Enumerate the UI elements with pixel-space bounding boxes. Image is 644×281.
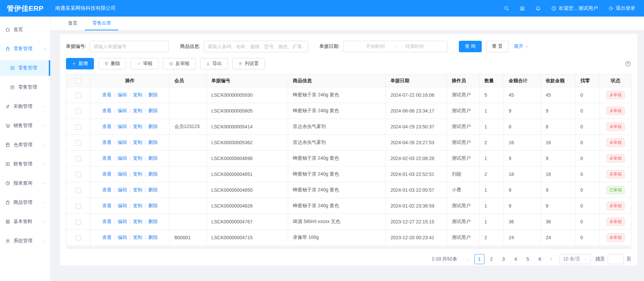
order-no-cell: LSCK00000005805	[207, 103, 288, 119]
edit-link[interactable]: 编辑	[117, 108, 127, 113]
action-separator: |	[129, 219, 131, 224]
edit-link[interactable]: 编辑	[117, 203, 127, 208]
edit-link[interactable]: 编辑	[117, 171, 127, 177]
delete-link[interactable]: 删除	[148, 171, 158, 177]
copy-link[interactable]: 复制	[133, 92, 142, 97]
help-icon[interactable]	[625, 61, 631, 67]
row-checkbox[interactable]	[76, 124, 81, 130]
toolbar-button[interactable]: 导出	[200, 58, 228, 69]
bell-icon[interactable]	[535, 5, 541, 11]
view-link[interactable]: 查看	[102, 235, 112, 240]
view-link[interactable]: 查看	[102, 219, 112, 224]
sidebar-item[interactable]: 首页	[0, 22, 50, 37]
row-checkbox[interactable]	[76, 188, 81, 193]
row-checkbox[interactable]	[76, 156, 81, 161]
view-link[interactable]: 查看	[102, 155, 112, 161]
copy-link[interactable]: 复制	[133, 124, 142, 129]
copy-link[interactable]: 复制	[133, 235, 142, 240]
delete-link[interactable]: 删除	[148, 92, 158, 97]
sidebar-item[interactable]: 财务管理	[0, 156, 50, 172]
toolbar-button[interactable]: 反审核	[163, 58, 196, 69]
row-checkbox[interactable]	[76, 204, 81, 209]
page-number[interactable]: 2	[486, 254, 497, 264]
page-size-select[interactable]: 10 条/页	[560, 254, 591, 264]
sidebar-subitem[interactable]: 零售管理	[0, 60, 50, 76]
view-link[interactable]: 查看	[102, 203, 112, 208]
page-number[interactable]: 3	[499, 254, 509, 264]
edit-link[interactable]: 编辑	[117, 124, 127, 129]
page-number[interactable]: 6	[535, 254, 545, 264]
horizontal-scrollbar[interactable]	[66, 246, 631, 249]
edit-link[interactable]: 编辑	[117, 139, 127, 145]
copy-link[interactable]: 复制	[133, 171, 142, 177]
user-menu[interactable]: 欢迎您，测试用户	[551, 5, 598, 11]
toolbar-button[interactable]: 删除	[98, 58, 126, 69]
delete-link[interactable]: 删除	[148, 124, 158, 129]
search-icon[interactable]	[504, 5, 509, 11]
toolbar-button[interactable]: 列设置	[232, 58, 265, 69]
page-number[interactable]: 1	[474, 254, 484, 264]
view-link[interactable]: 查看	[102, 171, 112, 177]
next-page-button[interactable]	[546, 254, 556, 264]
copy-link[interactable]: 复制	[133, 187, 142, 192]
delete-link[interactable]: 删除	[148, 235, 158, 240]
row-checkbox[interactable]	[76, 93, 81, 98]
copy-link[interactable]: 复制	[133, 139, 142, 145]
tab[interactable]: 首页	[61, 17, 85, 30]
row-checkbox[interactable]	[76, 172, 81, 177]
logout-button[interactable]: 退出登录	[608, 5, 635, 11]
copy-link[interactable]: 复制	[133, 108, 142, 113]
view-link[interactable]: 查看	[102, 92, 112, 97]
delete-link[interactable]: 删除	[148, 108, 158, 113]
search-button[interactable]: 查 询	[459, 41, 482, 52]
delete-link[interactable]: 删除	[148, 219, 158, 224]
tab[interactable]: 零售出库	[85, 17, 118, 30]
delete-link[interactable]: 删除	[148, 203, 158, 208]
page-number[interactable]: 4	[511, 254, 521, 264]
page-number[interactable]: 5	[523, 254, 533, 264]
toolbar-button[interactable]: 新增	[66, 58, 94, 69]
row-checkbox[interactable]	[76, 140, 81, 146]
view-link[interactable]: 查看	[102, 108, 112, 113]
copy-link[interactable]: 复制	[133, 203, 142, 208]
edit-link[interactable]: 编辑	[117, 92, 127, 97]
sidebar-item[interactable]: 基本资料	[0, 214, 50, 229]
product-cell: 蜂蜜柚子茶 240g 黄色	[288, 103, 386, 119]
status-cell: 未审核	[600, 230, 632, 246]
delete-link[interactable]: 删除	[148, 187, 158, 192]
edit-link[interactable]: 编辑	[117, 155, 127, 161]
copy-link[interactable]: 复制	[133, 219, 142, 224]
delete-link[interactable]: 删除	[148, 155, 158, 161]
sidebar-item[interactable]: 销售管理	[0, 118, 50, 133]
sidebar-item[interactable]: 仓库管理	[0, 137, 50, 153]
delete-link[interactable]: 删除	[148, 139, 158, 145]
expand-link[interactable]: 展开	[514, 43, 529, 50]
view-link[interactable]: 查看	[102, 139, 112, 145]
row-checkbox[interactable]	[76, 235, 81, 241]
edit-link[interactable]: 编辑	[117, 187, 127, 192]
toolbar-button[interactable]: 审核	[131, 58, 159, 69]
sidebar-item[interactable]: 零售管理	[0, 41, 50, 57]
sidebar-subitem[interactable]: 零售管理	[0, 80, 50, 95]
row-checkbox[interactable]	[76, 108, 81, 114]
order-no-input[interactable]	[90, 41, 169, 52]
toolbar-button-label: 审核	[143, 61, 152, 67]
sidebar-item[interactable]: 报表查询	[0, 176, 50, 191]
date-range-input[interactable]: 开始时间 ~ 结束时间	[343, 41, 447, 52]
copy-link[interactable]: 复制	[133, 155, 142, 161]
edit-link[interactable]: 编辑	[117, 219, 127, 224]
row-checkbox[interactable]	[76, 219, 81, 225]
product-info-input[interactable]	[204, 41, 308, 52]
sidebar-item[interactable]: 系统管理	[0, 233, 50, 249]
sidebar-item[interactable]: 商品管理	[0, 195, 50, 210]
select-all-checkbox[interactable]	[76, 78, 81, 84]
toolbar-button-icon	[104, 62, 108, 66]
prev-page-button[interactable]	[463, 254, 473, 264]
sidebar-item[interactable]: 采购管理	[0, 99, 50, 114]
reset-button[interactable]: 重 置	[486, 41, 509, 52]
view-link[interactable]: 查看	[102, 124, 112, 129]
view-link[interactable]: 查看	[102, 187, 112, 192]
edit-link[interactable]: 编辑	[117, 235, 127, 240]
bank-icon[interactable]	[519, 5, 525, 11]
jump-page-input[interactable]	[608, 254, 624, 264]
